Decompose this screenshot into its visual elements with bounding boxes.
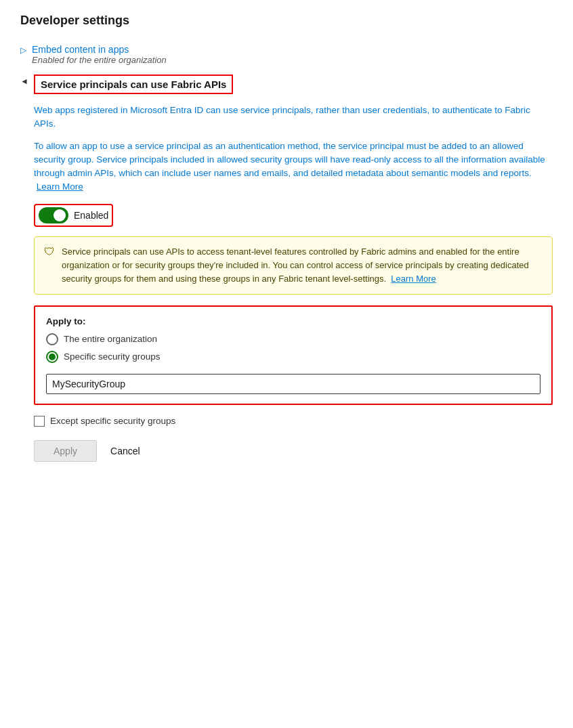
radio-entire-org-row[interactable]: The entire organization: [46, 333, 540, 345]
learn-more-link-2[interactable]: Learn More: [391, 274, 436, 284]
radio-entire-org[interactable]: [46, 333, 58, 345]
section-title-border: Service principals can use Fabric APIs: [34, 74, 234, 94]
desc-text-1: Web apps registered in Microsoft Entra I…: [34, 104, 553, 131]
apply-to-label: Apply to:: [46, 316, 540, 326]
learn-more-link-1[interactable]: Learn More: [37, 181, 83, 192]
embed-content-title: Embed content in apps: [32, 44, 167, 55]
cancel-button[interactable]: Cancel: [108, 441, 143, 461]
embed-content-section: ▷ Embed content in apps Enabled for the …: [20, 41, 553, 68]
except-checkbox[interactable]: [34, 416, 45, 427]
except-label: Except specific security groups: [50, 416, 175, 426]
embed-content-toggle[interactable]: ▷ Embed content in apps Enabled for the …: [20, 41, 553, 68]
shield-warning-icon: 🛡: [44, 246, 55, 286]
radio-entire-org-label: The entire organization: [64, 334, 157, 344]
description-block: Web apps registered in Microsoft Entra I…: [34, 104, 553, 194]
section-title: Service principals can use Fabric APIs: [41, 79, 227, 90]
warning-box: 🛡 Service principals can use APIs to acc…: [34, 236, 553, 295]
page-title: Developer settings: [20, 14, 553, 28]
radio-specific-groups[interactable]: [46, 351, 58, 363]
expand-arrow-icon: ◄: [20, 77, 28, 86]
apply-to-box: Apply to: The entire organization Specif…: [34, 305, 553, 405]
buttons-row: Apply Cancel: [34, 440, 553, 462]
service-principals-section: ◄ Service principals can use Fabric APIs…: [20, 74, 553, 462]
toggle-track: [39, 207, 68, 223]
security-group-input[interactable]: [46, 374, 540, 394]
collapse-arrow-icon: ▷: [20, 45, 26, 55]
apply-button[interactable]: Apply: [34, 440, 97, 462]
toggle-thumb: [54, 209, 66, 221]
radio-specific-groups-label: Specific security groups: [64, 351, 161, 362]
desc-text-2: To allow an app to use a service princip…: [34, 140, 553, 194]
except-row: Except specific security groups: [34, 416, 553, 427]
embed-content-info: Embed content in apps Enabled for the en…: [32, 44, 167, 65]
toggle-label: Enabled: [74, 210, 108, 221]
radio-dot: [49, 354, 56, 360]
radio-specific-groups-row[interactable]: Specific security groups: [46, 351, 540, 363]
warning-text: Service principals can use APIs to acces…: [62, 245, 543, 286]
toggle-enabled-wrapper: Enabled: [34, 204, 113, 227]
toggle-row: Enabled: [34, 204, 553, 227]
embed-content-subtitle: Enabled for the entire organization: [32, 55, 167, 65]
enabled-toggle[interactable]: [39, 207, 68, 223]
section-header: ◄ Service principals can use Fabric APIs: [20, 74, 553, 94]
